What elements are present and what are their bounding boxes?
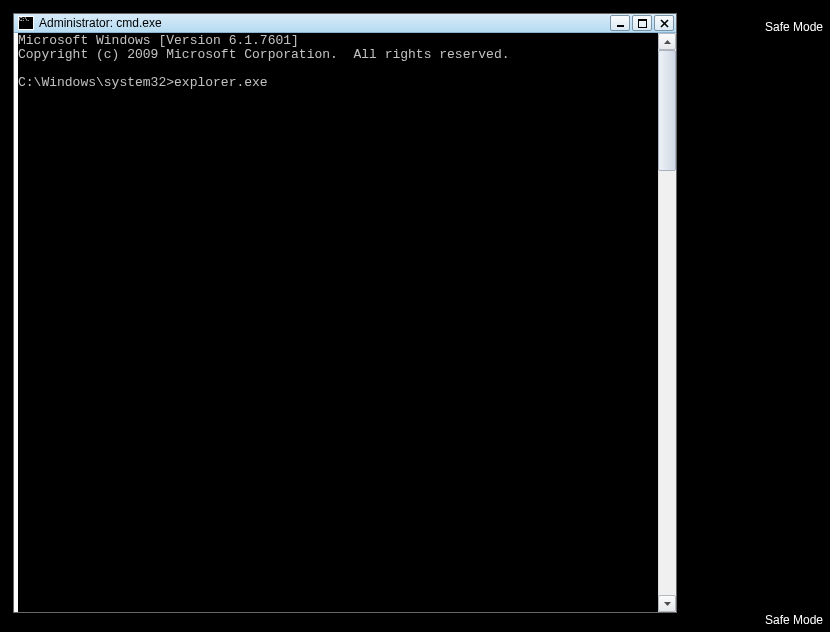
titlebar[interactable]: C:\. Administrator: cmd.exe — [14, 14, 676, 33]
scroll-down-button[interactable] — [658, 595, 676, 612]
cmd-icon-glyph: C:\. — [19, 16, 29, 23]
console-output[interactable]: Microsoft Windows [Version 6.1.7601] Cop… — [18, 33, 658, 612]
svg-rect-2 — [638, 19, 647, 21]
svg-marker-5 — [664, 40, 671, 44]
close-button[interactable] — [654, 15, 674, 31]
safe-mode-label-top: Safe Mode — [765, 20, 823, 34]
cmd-window: C:\. Administrator: cmd.exe Microsoft Wi… — [13, 13, 677, 613]
minimize-button[interactable] — [610, 15, 630, 31]
cmd-icon: C:\. — [18, 16, 34, 30]
window-buttons — [610, 15, 674, 31]
maximize-button[interactable] — [632, 15, 652, 31]
chevron-down-icon — [664, 602, 671, 606]
scroll-up-button[interactable] — [658, 33, 676, 50]
minimize-icon — [616, 19, 625, 28]
chevron-up-icon — [664, 40, 671, 44]
svg-marker-6 — [664, 602, 671, 606]
maximize-icon — [638, 19, 647, 28]
safe-mode-label-bottom: Safe Mode — [765, 613, 823, 627]
window-title: Administrator: cmd.exe — [39, 16, 162, 30]
console-line: Copyright (c) 2009 Microsoft Corporation… — [18, 47, 509, 62]
console-prompt-line: C:\Windows\system32>explorer.exe — [18, 75, 268, 90]
close-icon — [660, 19, 669, 28]
vertical-scrollbar[interactable] — [658, 33, 676, 612]
svg-rect-0 — [617, 25, 624, 27]
console-area: Microsoft Windows [Version 6.1.7601] Cop… — [14, 33, 676, 612]
scroll-thumb[interactable] — [658, 50, 676, 171]
console-line: Microsoft Windows [Version 6.1.7601] — [18, 33, 299, 48]
